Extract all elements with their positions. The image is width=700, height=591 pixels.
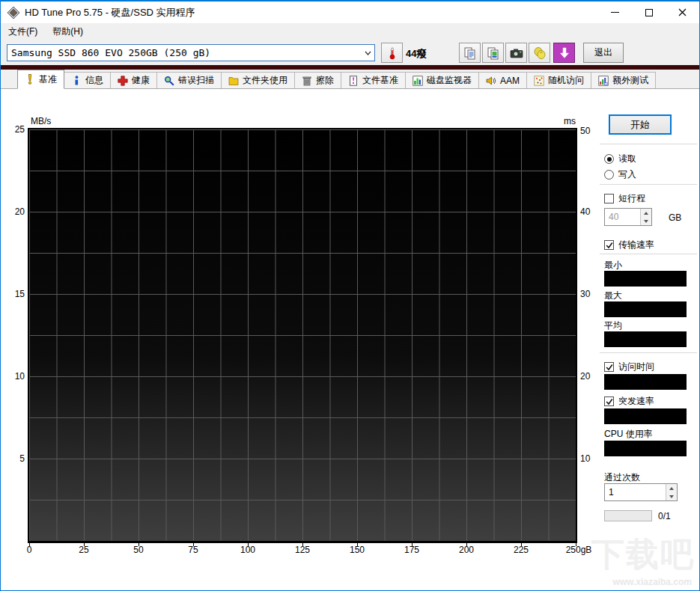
- tab-aam[interactable]: AAM: [478, 72, 527, 88]
- y-tick-right: 20: [580, 371, 590, 382]
- panel-separator: [600, 352, 697, 353]
- copy-text-button[interactable]: [459, 43, 481, 63]
- spin-down-button[interactable]: [641, 217, 651, 225]
- copy-image-button[interactable]: [482, 43, 504, 63]
- access-time-row[interactable]: 访问时间: [604, 361, 654, 373]
- donate-button[interactable]: [529, 43, 550, 63]
- short-stroke-checkbox[interactable]: [604, 194, 614, 203]
- avg-label: 平均: [604, 319, 622, 332]
- x-tick: 125: [295, 545, 310, 555]
- write-radio-row[interactable]: 写入: [604, 168, 636, 181]
- left-axis-unit: MB/s: [31, 116, 51, 126]
- short-stroke-spinner[interactable]: 40: [604, 208, 652, 226]
- scatter-icon: [534, 76, 544, 86]
- y-tick-right: 10: [580, 453, 590, 464]
- start-label: 开始: [630, 118, 650, 132]
- x-tick: 100: [240, 545, 255, 555]
- start-button[interactable]: 开始: [609, 114, 672, 135]
- tab-error-scan[interactable]: 错误扫描: [156, 72, 222, 88]
- y-tick-right: 50: [580, 126, 590, 136]
- app-window: HD Tune Pro 5.75 - 硬盘/SSD 实用程序 文件(F) 帮助(…: [0, 0, 700, 591]
- gb-unit-label: GB: [669, 212, 681, 223]
- download-arrow-icon: [559, 47, 570, 59]
- tab-label: 文件基准: [362, 74, 398, 87]
- tab-label: 擦除: [316, 74, 334, 87]
- y-tick-left: 20: [1, 206, 25, 217]
- y-tick-left: 5: [1, 453, 25, 464]
- burst-rate-value-display: [604, 408, 687, 424]
- access-time-value-display: [604, 374, 687, 390]
- drive-selector-value: Samsung SSD 860 EVO 250GB (250 gB): [7, 47, 361, 58]
- y-tick-right: 40: [580, 206, 590, 217]
- tab-info[interactable]: 信息: [64, 72, 111, 88]
- x-tick: 150: [350, 545, 365, 555]
- write-label: 写入: [618, 168, 636, 181]
- tab-extra-tests[interactable]: 额外测试: [591, 72, 656, 88]
- transfer-rate-row[interactable]: 传输速率: [604, 239, 654, 251]
- read-radio-row[interactable]: 读取: [604, 153, 636, 165]
- menu-bar: 文件(F) 帮助(H): [1, 23, 699, 40]
- burst-rate-label: 突发速率: [618, 395, 654, 408]
- tab-label: AAM: [500, 76, 520, 86]
- bar-chart-icon: [413, 76, 423, 86]
- toolbar: Samsung SSD 860 EVO 250GB (250 gB) 44癈: [1, 40, 699, 65]
- chevron-down-icon: [361, 51, 374, 55]
- pass-count-spinner[interactable]: 1: [604, 483, 678, 501]
- exit-button[interactable]: 退出: [583, 43, 624, 63]
- watermark-site: www.xiazaiba.com: [612, 577, 692, 587]
- speaker-icon: [486, 76, 496, 86]
- close-button[interactable]: [666, 1, 699, 23]
- temperature-button[interactable]: [381, 43, 403, 63]
- x-tick: 25: [79, 545, 88, 555]
- tab-random-access[interactable]: 随机访问: [526, 72, 591, 88]
- camera-icon: [510, 48, 523, 58]
- burst-rate-row[interactable]: 突发速率: [604, 395, 654, 408]
- tab-health[interactable]: 健康: [110, 72, 157, 88]
- menu-help[interactable]: 帮助(H): [45, 23, 91, 40]
- app-logo-icon: [7, 6, 20, 19]
- min-label: 最小: [604, 259, 622, 272]
- check-icon: [606, 242, 613, 249]
- access-time-label: 访问时间: [618, 361, 654, 373]
- health-cross-icon: [118, 76, 128, 86]
- download-button[interactable]: [553, 43, 575, 63]
- pass-count-label: 通过次数: [604, 471, 640, 484]
- tab-disk-monitor[interactable]: 磁盘监视器: [405, 72, 479, 88]
- tab-strip: 基准 信息 健康 错误扫描 文件夹使用 擦除 文件基准 磁盘监视器: [1, 70, 699, 89]
- transfer-rate-label: 传输速率: [618, 239, 654, 251]
- write-radio[interactable]: [604, 170, 614, 180]
- tab-benchmark[interactable]: 基准: [17, 70, 64, 89]
- short-stroke-row[interactable]: 短行程: [604, 192, 645, 205]
- burst-rate-checkbox[interactable]: [604, 396, 614, 406]
- tab-folder-usage[interactable]: 文件夹使用: [221, 72, 295, 88]
- menu-file[interactable]: 文件(F): [1, 23, 45, 40]
- check-icon: [606, 364, 613, 371]
- drive-selector[interactable]: Samsung SSD 860 EVO 250GB (250 gB): [7, 44, 375, 61]
- extra-tests-icon: [598, 76, 609, 86]
- tab-label: 基准: [39, 73, 57, 86]
- min-value-display: [604, 271, 687, 287]
- minimize-button[interactable]: [598, 1, 632, 23]
- tab-label: 文件夹使用: [243, 74, 287, 87]
- panel-separator: [600, 254, 697, 254]
- x-tick: 75: [188, 545, 198, 555]
- transfer-rate-checkbox[interactable]: [604, 240, 614, 250]
- maximize-icon: [645, 9, 653, 16]
- tab-label: 额外测试: [612, 74, 648, 87]
- read-radio[interactable]: [604, 154, 614, 164]
- maximize-button[interactable]: [632, 1, 666, 23]
- read-label: 读取: [618, 153, 636, 165]
- tab-file-benchmark[interactable]: 文件基准: [341, 72, 406, 88]
- tab-label: 错误扫描: [178, 74, 214, 87]
- spin-down-button[interactable]: [666, 492, 677, 500]
- spin-up-button[interactable]: [641, 209, 651, 217]
- right-axis-unit: ms: [549, 116, 576, 126]
- screenshot-button[interactable]: [505, 43, 527, 63]
- folder-icon: [228, 76, 239, 86]
- minimize-icon: [611, 12, 619, 13]
- panel-separator: [600, 184, 697, 185]
- spin-up-button[interactable]: [666, 484, 677, 492]
- access-time-checkbox[interactable]: [604, 362, 614, 372]
- tab-erase[interactable]: 擦除: [294, 72, 341, 88]
- copy-image-icon: [487, 46, 500, 60]
